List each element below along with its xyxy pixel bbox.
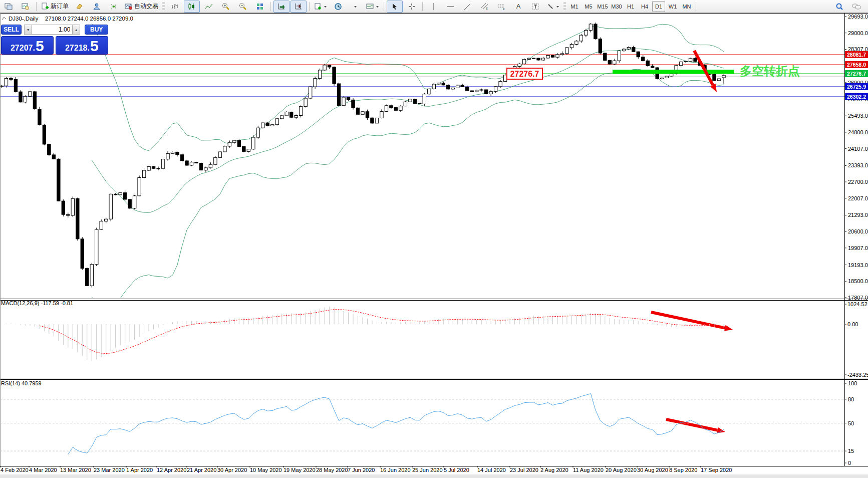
volume-down-button[interactable]: ▼ <box>24 25 32 35</box>
fibonacci-tool-button[interactable]: F <box>493 1 509 13</box>
chart-surface[interactable]: 27276.7多空转折点DJ30-,Daily27108.0 27244.0 2… <box>0 13 868 478</box>
templates-caret-button[interactable] <box>347 1 363 13</box>
vertical-line-tool-button[interactable] <box>425 1 441 13</box>
period-clock-button[interactable] <box>330 1 346 13</box>
timeframe-button-d1[interactable]: D1 <box>652 1 665 12</box>
styler-icon <box>76 3 84 11</box>
signals-button[interactable] <box>106 1 122 13</box>
price-axis-tick: 18500.0 <box>848 278 868 284</box>
date-axis-label: 10 May 2020 <box>250 467 282 473</box>
zoom-in-icon <box>222 3 230 11</box>
date-axis-label: 17 Sep 2020 <box>701 467 732 473</box>
timeframe-button-m1[interactable]: M1 <box>568 1 581 12</box>
buy-price-display[interactable]: 27218.5 <box>56 36 109 55</box>
date-axis-label: 23 Mar 2020 <box>94 467 125 473</box>
rsi-indicator-label: RSI(14) 40.7959 <box>1 380 42 386</box>
profiles-button[interactable] <box>364 1 381 13</box>
dropdown-caret-icon <box>556 3 559 11</box>
auto-scroll-button[interactable] <box>273 1 290 13</box>
window-bottom-strip <box>0 474 868 478</box>
toolbar-grip <box>563 2 566 11</box>
rsi-axis-tick: 15 <box>848 448 854 454</box>
timeframe-button-m15[interactable]: M15 <box>596 1 609 12</box>
toolbar-separator <box>696 2 696 11</box>
price-axis-tick: 20600.0 <box>848 228 868 234</box>
bar-chart-type-button[interactable] <box>167 1 183 13</box>
date-axis-label: 13 Mar 2020 <box>60 467 91 473</box>
sell-price-display[interactable]: 27207.5 <box>1 36 54 55</box>
toolbar-separator <box>270 2 271 11</box>
tick-chart-button[interactable] <box>18 1 34 13</box>
price-axis-tick: 29000.0 <box>848 30 868 36</box>
toolbar-separator <box>309 2 310 11</box>
candlestick-type-button[interactable] <box>184 1 200 13</box>
date-axis-label: 1 Apr 2020 <box>126 467 153 473</box>
timeframe-button-mn[interactable]: MN <box>680 1 693 12</box>
horizontal-line-tool-button[interactable] <box>442 1 458 13</box>
chart-title: DJ30-,Daily27108.0 27244.0 26856.0 27209… <box>2 16 133 22</box>
charts-window-button[interactable] <box>1 1 17 13</box>
chart-ohlc-values: 27108.0 27244.0 26856.0 27209.0 <box>45 16 133 22</box>
styler-button[interactable] <box>72 1 88 13</box>
main-toolbar: 新订单自动交易EFAM1M5M15M30H1H4D1W1MN <box>0 0 868 13</box>
trendline-icon <box>463 3 471 11</box>
auto-trading-button[interactable]: 自动交易 <box>123 1 160 13</box>
price-callout-box[interactable]: 27276.7 <box>507 68 542 79</box>
price-axis-tick: 24800.0 <box>848 129 868 135</box>
auto-scroll-icon <box>277 3 285 11</box>
new-chart-button[interactable] <box>312 1 329 13</box>
trendline-tool-button[interactable] <box>459 1 475 13</box>
date-axis-label: 25 Jun 2020 <box>412 467 443 473</box>
community-button[interactable] <box>89 1 105 13</box>
charts-window-icon <box>5 3 13 11</box>
cursor-tool-icon <box>391 3 399 11</box>
chart-shift-icon <box>295 3 303 11</box>
volume-input[interactable] <box>32 25 72 35</box>
date-axis[interactable]: 4 Feb 20204 Mar 202013 Mar 202023 Mar 20… <box>1 466 732 473</box>
one-click-trade-panel: SELL ▼ ▲ BUY 27207.5 27218.5 <box>1 25 108 55</box>
equidistant-channel-tool-button[interactable]: E <box>476 1 492 13</box>
date-axis-label: 11 Aug 2020 <box>573 467 604 473</box>
auto-trading-icon <box>125 3 133 11</box>
date-axis-label: 4 Mar 2020 <box>29 467 57 473</box>
text-label-tool-button[interactable] <box>527 1 543 13</box>
arrows-tool-icon <box>546 3 554 11</box>
timeframe-button-m30[interactable]: M30 <box>610 1 623 12</box>
timeframe-button-m5[interactable]: M5 <box>582 1 595 12</box>
line-chart-type-button[interactable] <box>201 1 217 13</box>
cursor-tool-button[interactable] <box>387 1 403 13</box>
text-tool-button[interactable]: A <box>510 1 526 13</box>
price-axis-tick: 17807.0 <box>848 295 868 301</box>
timeframe-button-w1[interactable]: W1 <box>666 1 679 12</box>
search-button[interactable] <box>831 1 847 13</box>
zoom-out-icon <box>239 3 247 11</box>
timeframe-button-h1[interactable]: H1 <box>624 1 637 12</box>
arrows-tool-button[interactable] <box>544 1 561 13</box>
chat-button[interactable] <box>848 1 864 13</box>
date-axis-label: 4 Feb 2020 <box>1 467 29 473</box>
zoom-out-button[interactable] <box>235 1 251 13</box>
sell-button[interactable]: SELL <box>1 25 22 35</box>
chart-shift-button[interactable] <box>291 1 307 13</box>
tile-windows-button[interactable] <box>252 1 268 13</box>
crosshair-tool-button[interactable] <box>404 1 420 13</box>
chart-svg: 27276.7多空转折点DJ30-,Daily27108.0 27244.0 2… <box>0 13 868 478</box>
date-axis-label: 7 Jun 2020 <box>348 467 375 473</box>
macd-indicator-label: MACD(12,26,9) -117.59 -0.81 <box>1 300 73 306</box>
price-level-badge-label: 26725.9 <box>847 84 866 90</box>
fibonacci-icon: F <box>497 3 505 11</box>
zoom-in-button[interactable] <box>218 1 234 13</box>
bar-chart-type-icon <box>171 3 179 11</box>
price-axis-tick: 19907.0 <box>848 245 868 251</box>
community-icon <box>93 3 101 11</box>
volume-up-button[interactable]: ▲ <box>72 25 80 35</box>
buy-button[interactable]: BUY <box>85 25 108 35</box>
profiles-icon <box>366 3 374 11</box>
new-order-label: 新订单 <box>51 2 69 11</box>
timeframe-button-h4[interactable]: H4 <box>638 1 651 12</box>
support-highlight-bar[interactable] <box>613 70 734 74</box>
buy-price-main: 27218. <box>65 43 90 53</box>
turning-point-annotation[interactable]: 多空转折点 <box>740 64 800 78</box>
new-order-button[interactable]: 新订单 <box>39 1 71 13</box>
macd-axis-tick: -2433.25 <box>847 372 868 378</box>
